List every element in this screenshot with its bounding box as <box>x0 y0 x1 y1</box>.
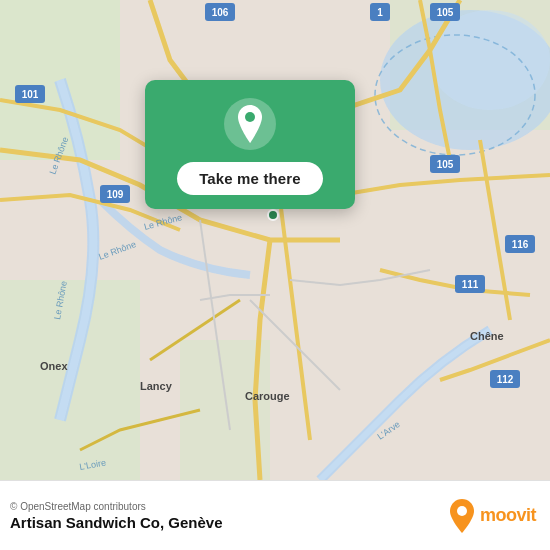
moovit-pin-icon <box>448 499 476 533</box>
osm-credit: © OpenStreetMap contributors <box>10 501 223 512</box>
bottom-left: © OpenStreetMap contributors Artisan San… <box>10 501 223 531</box>
svg-point-6 <box>430 10 550 110</box>
svg-text:106: 106 <box>212 7 229 18</box>
svg-text:101: 101 <box>22 89 39 100</box>
moovit-text: moovit <box>480 505 536 526</box>
moovit-logo: moovit <box>448 499 536 533</box>
svg-text:105: 105 <box>437 159 454 170</box>
svg-point-37 <box>245 112 255 122</box>
svg-text:1: 1 <box>377 7 383 18</box>
take-me-there-button[interactable]: Take me there <box>177 162 323 195</box>
pin-icon-wrap <box>224 98 276 150</box>
svg-text:111: 111 <box>462 279 479 290</box>
bottom-bar: © OpenStreetMap contributors Artisan San… <box>0 480 550 550</box>
svg-text:Onex: Onex <box>40 360 68 372</box>
location-pin-icon <box>234 105 266 143</box>
map-container: 101 106 1 105 105 109 116 111 112 Onex L… <box>0 0 550 480</box>
map-svg: 101 106 1 105 105 109 116 111 112 Onex L… <box>0 0 550 480</box>
svg-point-36 <box>268 210 278 220</box>
svg-text:Carouge: Carouge <box>245 390 290 402</box>
svg-text:116: 116 <box>512 239 529 250</box>
svg-text:109: 109 <box>107 189 124 200</box>
location-card: Take me there <box>145 80 355 209</box>
svg-text:Chêne: Chêne <box>470 330 504 342</box>
svg-point-38 <box>457 506 467 516</box>
svg-text:Lancy: Lancy <box>140 380 173 392</box>
place-name: Artisan Sandwich Co, Genève <box>10 514 223 531</box>
svg-text:112: 112 <box>497 374 514 385</box>
svg-text:105: 105 <box>437 7 454 18</box>
